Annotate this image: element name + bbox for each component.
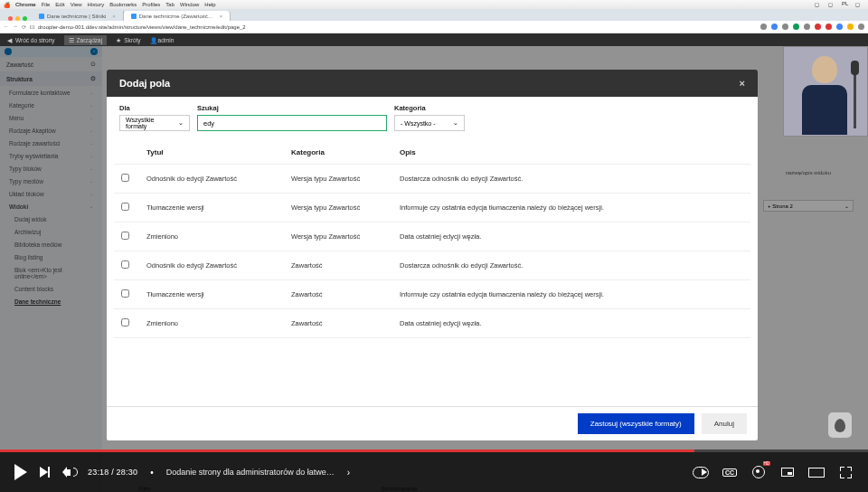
back-icon[interactable]: ← [4, 24, 9, 30]
address-bar[interactable]: droopler-demo-001.ddev.site/admin/struct… [38, 24, 757, 30]
drop-icon [835, 419, 845, 432]
table-row[interactable]: Tłumaczenie wersjiWersja typu ZawartośćI… [114, 194, 750, 222]
status-icon[interactable]: ◻ [828, 1, 837, 8]
chrome-tabstrip: Dane techniczne | Silniki× Dane technicz… [0, 9, 868, 21]
menu-help[interactable]: Help [204, 2, 215, 7]
row-title: Odnośnik do edycji Zawartość [146, 175, 291, 183]
menubar-right: ◻ ◻ PL ◻ [815, 1, 864, 8]
table-row[interactable]: Tłumaczenie wersjiZawartośćInformuje czy… [114, 280, 750, 309]
col-category: Kategoria [291, 148, 400, 156]
status-icon[interactable]: ◻ [855, 1, 864, 8]
apple-icon[interactable]: 🍎 [4, 2, 10, 8]
shortcuts-link[interactable]: ★Skróty [116, 37, 140, 43]
site-info-icon[interactable]: ⊡ [30, 24, 34, 30]
app-name[interactable]: Chrome [15, 2, 36, 7]
menu-bookmarks[interactable]: Bookmarks [109, 2, 137, 7]
forward-icon[interactable]: → [13, 24, 18, 30]
window-controls[interactable] [4, 16, 32, 21]
ext-icon[interactable] [847, 24, 854, 30]
close-icon[interactable]: × [740, 78, 745, 89]
menu-history[interactable]: History [88, 2, 105, 7]
next-button[interactable] [40, 467, 50, 478]
chapter-title[interactable]: Dodanie strony dla administratorów do ła… [166, 468, 335, 477]
ext-icon[interactable] [804, 24, 810, 30]
reload-icon[interactable]: ⟳ [22, 24, 26, 30]
extension-icons [760, 24, 864, 30]
menu-view[interactable]: View [71, 2, 82, 7]
row-category: Wersja typu Zawartość [291, 175, 400, 183]
lang-indicator[interactable]: PL [842, 1, 851, 8]
search-label: Szukaj [197, 104, 387, 112]
row-checkbox[interactable] [121, 203, 129, 211]
time-display: 23:18 / 28:30 [88, 468, 137, 477]
menu-file[interactable]: File [42, 2, 51, 7]
close-tab-icon[interactable]: × [220, 14, 223, 19]
fullscreen-button[interactable] [837, 464, 854, 480]
table-header: Tytuł Kategoria Opis [114, 141, 750, 165]
volume-button[interactable] [62, 466, 75, 478]
autoplay-toggle[interactable] [693, 464, 709, 480]
ext-icon[interactable] [815, 24, 821, 30]
tab-title: Dane techniczne | Silniki [47, 14, 106, 19]
ext-icon[interactable] [826, 24, 832, 30]
fields-table: Tytuł Kategoria Opis Odnośnik do edycji … [114, 141, 750, 338]
ext-icon[interactable] [760, 24, 767, 30]
search-field[interactable] [203, 119, 381, 128]
ext-icon[interactable] [793, 24, 799, 30]
ext-icon[interactable] [836, 24, 843, 30]
cancel-button[interactable]: Anuluj [702, 413, 747, 434]
row-title: Zmieniono [146, 319, 291, 327]
row-checkbox[interactable] [121, 260, 129, 269]
status-icon[interactable]: ◻ [815, 1, 824, 8]
browser-tab-active[interactable]: Dane techniczne (Zawartość…× [124, 11, 231, 21]
video-player-controls: 23:18 / 28:30 • Dodanie strony dla admin… [0, 452, 868, 492]
chevron-down-icon: ⌄ [453, 119, 458, 127]
row-category: Wersja typu Zawartość [291, 232, 400, 241]
ext-icon[interactable] [771, 24, 778, 30]
modal-header: Dodaj pola × [107, 70, 758, 97]
browser-tab[interactable]: Dane techniczne | Silniki× [32, 11, 124, 21]
presenter [802, 56, 847, 137]
menu-edit[interactable]: Edit [55, 2, 64, 7]
manage-link[interactable]: ☰Zarządzaj [64, 35, 108, 45]
row-checkbox[interactable] [121, 232, 129, 240]
menu-window[interactable]: Window [180, 2, 199, 7]
ext-icon[interactable] [858, 24, 864, 30]
category-label: Kategoria [394, 104, 465, 112]
nav-buttons: ← → ⟳ [4, 24, 26, 30]
ext-icon[interactable] [782, 24, 788, 30]
subtitles-button[interactable]: CC [722, 464, 738, 480]
channel-logo [828, 412, 852, 438]
row-checkbox[interactable] [121, 318, 129, 326]
miniplayer-button[interactable] [779, 464, 796, 480]
play-button[interactable] [14, 464, 27, 480]
row-checkbox[interactable] [121, 174, 129, 182]
close-tab-icon[interactable]: × [112, 14, 116, 19]
table-row[interactable]: ZmienionoZawartośćData ostatniej edycji … [114, 309, 750, 338]
for-label: Dla [119, 104, 190, 112]
menu-tab[interactable]: Tab [165, 2, 175, 7]
table-row[interactable]: ZmienionoWersja typu ZawartośćData ostat… [114, 222, 750, 251]
table-row[interactable]: Odnośnik do edycji ZawartośćZawartośćDos… [114, 251, 750, 280]
tab-title: Dane techniczne (Zawartość… [139, 14, 213, 19]
apply-button[interactable]: Zastosuj (wszystkie formaty) [578, 413, 694, 434]
row-title: Tłumaczenie wersji [146, 203, 291, 212]
row-description: Dostarcza odnośnik do edycji Zawartość. [400, 175, 743, 183]
chevron-right-icon[interactable]: › [347, 468, 350, 478]
row-checkbox[interactable] [121, 289, 129, 298]
main-content: ‹ Zawartość⊙ Struktura⊙ Formularze konta… [0, 46, 868, 492]
for-select[interactable]: Wszystkie formaty⌄ [119, 115, 190, 131]
menu-profiles[interactable]: Profiles [142, 2, 160, 7]
category-select[interactable]: - Wszystko -⌄ [394, 115, 465, 131]
col-title: Tytuł [146, 148, 291, 156]
back-icon: ◀ [7, 37, 13, 43]
back-to-site[interactable]: ◀Wróć do strony [7, 37, 55, 43]
hd-badge: HD [763, 461, 771, 466]
user-link[interactable]: 👤admin [150, 37, 175, 43]
table-row[interactable]: Odnośnik do edycji ZawartośćWersja typu … [114, 165, 750, 194]
search-input[interactable] [197, 115, 387, 131]
settings-button[interactable]: HD [750, 464, 767, 480]
chevron-down-icon: ⌄ [178, 119, 184, 127]
theater-button[interactable] [808, 464, 825, 480]
chrome-toolbar: ← → ⟳ ⊡ droopler-demo-001.ddev.site/admi… [0, 21, 868, 33]
